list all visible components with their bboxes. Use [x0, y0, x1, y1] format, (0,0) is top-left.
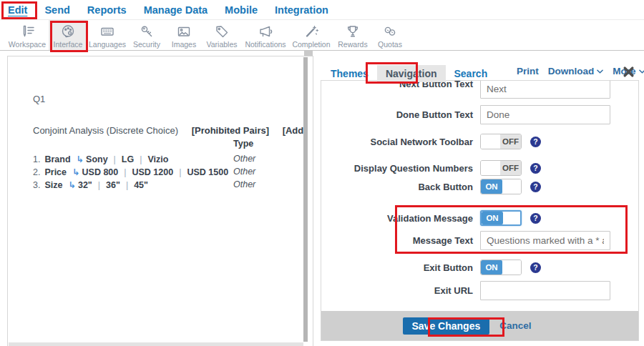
- form-row-exit-button: Exit Button ON ?: [321, 257, 638, 277]
- field-label: Display Question Numbers: [321, 163, 473, 174]
- key-icon: [139, 24, 155, 39]
- attribute-level: USD 1200: [118, 167, 173, 177]
- nav-item-mobile[interactable]: Mobile: [225, 4, 258, 16]
- message-text-input[interactable]: [480, 231, 610, 250]
- help-icon[interactable]: ?: [530, 163, 541, 174]
- attribute-row-brand[interactable]: 1.BrandSonyLGVizio Other: [33, 154, 306, 165]
- toolbar-item-completion[interactable]: Completion: [289, 20, 333, 50]
- type-column-header: Type: [233, 139, 253, 149]
- toggle-state-label: OFF: [500, 161, 521, 175]
- level-arrow-icon: [77, 154, 86, 164]
- attribute-level: 36": [92, 180, 120, 190]
- toolbar-item-rewards[interactable]: Rewards: [333, 20, 372, 50]
- toolbar-item-quotas[interactable]: Quotas: [372, 20, 408, 50]
- field-label: Exit Button: [321, 262, 473, 273]
- megaphone-icon: [258, 24, 273, 39]
- attribute-level: 32": [78, 180, 92, 190]
- tab-search[interactable]: Search: [446, 65, 497, 82]
- social-network-toolbar-toggle[interactable]: OFF: [480, 134, 522, 149]
- attribute-level: 45": [120, 180, 148, 190]
- field-label: Done Button Text: [321, 109, 473, 120]
- close-panel-button[interactable]: [623, 66, 635, 78]
- toolbar-item-label: Completion: [292, 40, 330, 49]
- help-icon[interactable]: ?: [530, 182, 541, 192]
- help-icon[interactable]: ?: [530, 137, 541, 147]
- magic-wand-icon: [303, 24, 319, 39]
- attribute-row-size[interactable]: 3.Size32"36"45" Other: [33, 179, 306, 191]
- attribute-level: USD 800: [82, 167, 119, 177]
- form-row-social-network-toolbar: Social Network Toolbar OFF ?: [321, 132, 638, 152]
- exit-button-toggle[interactable]: ON: [480, 260, 522, 275]
- attribute-level: LG: [108, 154, 135, 164]
- tab-themes[interactable]: Themes: [322, 65, 377, 82]
- download-menu[interactable]: Download: [548, 66, 604, 76]
- pen-list-icon: [19, 24, 35, 39]
- toggle-state-label: OFF: [500, 134, 521, 149]
- attribute-index: 1.: [33, 154, 40, 164]
- field-label: Exit URL: [321, 285, 473, 296]
- toolbar-item-label: Rewards: [338, 40, 367, 49]
- toolbar-item-variables[interactable]: Variables: [202, 20, 242, 50]
- add-fixed-tasks-link[interactable]: [Add Fixed Tasks]: [283, 125, 304, 136]
- tag-icon: [214, 24, 230, 39]
- print-link[interactable]: Print: [517, 66, 539, 76]
- toolbar-item-notifications[interactable]: Notifications: [242, 20, 289, 50]
- horizontal-scrollbar[interactable]: [9, 342, 303, 346]
- toolbar-item-label: Variables: [207, 40, 238, 49]
- toolbar-item-interface[interactable]: Interface: [49, 20, 87, 50]
- toolbar-item-label: Interface: [54, 40, 83, 49]
- nav-item-integration[interactable]: Integration: [275, 4, 328, 16]
- exit-url-input[interactable]: [480, 281, 610, 300]
- attribute-name: Brand: [44, 154, 70, 164]
- attribute-index: 3.: [33, 180, 40, 190]
- help-icon[interactable]: ?: [530, 262, 541, 273]
- attribute-level: Sony: [86, 154, 108, 164]
- form-footer: Save Changes Cancel: [321, 311, 638, 340]
- toolbar-item-label: Security: [133, 40, 160, 49]
- nav-item-send[interactable]: Send: [44, 4, 69, 16]
- form-row-back-button: Back Button ON ?: [321, 177, 638, 197]
- scrollbar-corner: [304, 51, 313, 56]
- nav-item-edit[interactable]: Edit: [8, 4, 27, 16]
- trophy-icon: [345, 24, 361, 39]
- tab-navigation[interactable]: Navigation: [377, 65, 446, 82]
- settings-tabbar: Themes Navigation Search: [322, 64, 496, 83]
- attribute-type: Other: [233, 179, 255, 189]
- toolbar-item-images[interactable]: Images: [166, 20, 202, 50]
- toolbar-item-security[interactable]: Security: [127, 20, 166, 50]
- help-icon[interactable]: ?: [530, 213, 541, 224]
- validation-message-toggle[interactable]: ON: [480, 210, 522, 226]
- nav-item-reports[interactable]: Reports: [87, 4, 127, 16]
- display-question-numbers-toggle[interactable]: OFF: [480, 160, 522, 176]
- toolbar-item-label: Workspace: [9, 40, 46, 49]
- toolbar-item-workspace[interactable]: Workspace: [6, 20, 49, 50]
- attribute-level: USD 1500: [173, 167, 228, 177]
- toolbar-item-label: Quotas: [378, 40, 402, 49]
- toolbar-item-languages[interactable]: Languages: [87, 20, 127, 50]
- question-type-label: Conjoint Analysis (Discrete Choice): [33, 125, 178, 136]
- edit-toolbar: Workspace Interface Languages Security I…: [0, 20, 644, 51]
- back-button-toggle[interactable]: ON: [480, 179, 522, 194]
- save-changes-button[interactable]: Save Changes: [403, 317, 490, 335]
- chevron-down-icon: [639, 69, 644, 74]
- field-label: Back Button: [321, 182, 473, 192]
- palette-icon: [60, 24, 76, 39]
- attribute-name: Size: [44, 180, 62, 190]
- question-title-line: Conjoint Analysis (Discrete Choice) [Pro…: [33, 125, 304, 136]
- attribute-row-price[interactable]: 2.PriceUSD 800USD 1200USD 1500 Other: [33, 167, 306, 178]
- toolbar-item-label: Languages: [89, 40, 126, 49]
- toggle-state-label: ON: [481, 179, 502, 194]
- print-label: Print: [517, 66, 539, 76]
- vertical-scrollbar[interactable]: [303, 57, 308, 342]
- done-button-text-input[interactable]: [480, 105, 610, 124]
- prohibited-pairs-link[interactable]: [Prohibited Pairs]: [192, 125, 269, 136]
- picture-icon: [176, 24, 192, 39]
- chevron-down-icon: [597, 69, 603, 74]
- cancel-link[interactable]: Cancel: [499, 320, 531, 331]
- download-label: Download: [548, 66, 595, 76]
- toolbar-item-label: Notifications: [245, 40, 286, 49]
- nav-item-manage-data[interactable]: Manage Data: [144, 4, 208, 16]
- toggle-state-label: ON: [481, 260, 502, 275]
- next-button-text-input[interactable]: [480, 80, 610, 99]
- toggle-state-label: ON: [482, 212, 503, 224]
